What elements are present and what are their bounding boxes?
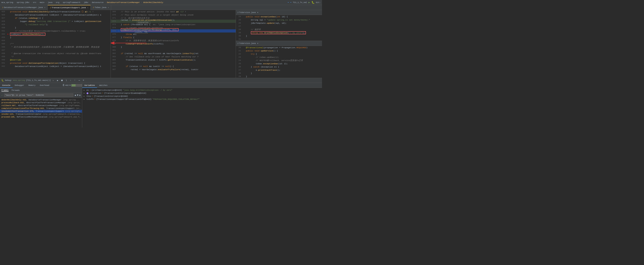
txdao-line-26: 26 jdbcTemplate.update(sql, id);	[236, 21, 322, 25]
svc-line-23: 23 // txDao.updDao(1);	[236, 55, 322, 59]
toolbar-btn-step-over[interactable]: ⤵	[64, 79, 68, 82]
debug-toolbar: ▶ ⏹ ⤵ ↓ ↑ ⟶ ≡	[56, 79, 85, 82]
breadcrumb-class[interactable]: DataSourceTransactionManager	[107, 1, 140, 3]
debug-tabs-left: Console Debugger Memory Overhead 🗄 402 M	[0, 83, 82, 88]
toolbar-btn-step-into[interactable]: ↓	[69, 79, 72, 82]
breadcrumb-org[interactable]: org	[56, 1, 59, 3]
java-icon-2: J	[50, 7, 51, 9]
memory-unit: M	[69, 84, 70, 86]
tab-close-tx[interactable]: ✕	[87, 6, 88, 9]
code-lines-left: 425 protected void doSetRollbackOnly(Def…	[0, 10, 110, 68]
breadcrumb-main[interactable]: main	[40, 1, 44, 3]
code-line-376: 376 throw ex;	[111, 32, 236, 36]
code-line-437: 437	[0, 48, 110, 52]
debug-tab-memory[interactable]: Memory	[26, 83, 38, 88]
breadcrumb-java[interactable]: java	[48, 1, 52, 3]
tab-label-tx: TransactionAspectSupport.java	[52, 6, 86, 9]
threads-tab[interactable]: Threads	[12, 89, 20, 91]
nav-forward-icon[interactable]: ➡	[290, 1, 292, 3]
java-icon-1: J	[2, 6, 3, 8]
tab-close-ds[interactable]: ✕	[44, 6, 46, 8]
tab-txdao[interactable]: J TxDao.java ✕	[90, 5, 111, 10]
breadcrumb-mca-spring[interactable]: mca_spring	[2, 1, 13, 3]
editors-container: 425 protected void doSetRollbackOnly(Def…	[0, 10, 322, 78]
debug-title: 🐛 Debug: mca_spring [T21_1_Tx_xml.main()…	[2, 79, 54, 82]
top-bar-right: ⬅ ➡ T21_1_Tx_xml ▶ 🐛 Git:	[288, 1, 320, 4]
filter-icon[interactable]: ⊕	[79, 94, 80, 97]
toolbar-btn-run-cursor[interactable]: ⟶	[77, 79, 81, 82]
stack-item-5[interactable]: invoke:124, TransactionInterceptor (org.…	[0, 113, 82, 116]
var-item-this: ▶ this = {TransactionInterceptor@3388}	[82, 95, 322, 98]
debug-panel: Console Debugger Memory Overhead 🗄 402 M…	[0, 83, 322, 127]
breadcrumb-jdbc[interactable]: jdbc	[84, 1, 88, 3]
breadcrumb-method[interactable]: doSetRollbackOnly	[143, 1, 163, 3]
txservice-lines: 20 @Transactional(propagation = Propagat…	[236, 46, 322, 78]
svc-line-20: 20 @Transactional(propagation = Propagat…	[236, 46, 322, 49]
memory-icon: 🗄	[62, 84, 64, 86]
breadcrumb-springframework[interactable]: springframework	[63, 1, 80, 3]
txservice-close[interactable]: ✕	[257, 42, 258, 44]
stack-item-3[interactable]: completeTransactionAfterThrowing:663, Tr…	[0, 107, 82, 110]
stack-item-4[interactable]: invokeWithinTransaction:375, Transaction…	[0, 110, 82, 113]
toolbar-btn-eval[interactable]: ≡	[82, 79, 85, 82]
memory-value: 402	[65, 84, 69, 86]
txdao-line-24: 24 public void exceptionDao(int id) {	[236, 15, 322, 18]
breadcrumb-spring-jdbc[interactable]: spring-jdbc	[16, 1, 30, 3]
code-line-386: 386 if (status != null && txAttr != null…	[111, 65, 236, 68]
debug-icon[interactable]: 🐛	[312, 1, 314, 4]
thread-select-row: ✓ "main"@1 in group "main": RUNNING ▲ ▼ …	[0, 93, 82, 98]
frames-tab[interactable]: Frames	[2, 89, 8, 92]
code-area-left[interactable]: 425 protected void doSetRollbackOnly(Def…	[0, 10, 110, 78]
debug-label: Debug:	[5, 79, 12, 81]
expand-icon-this[interactable]: ▶	[84, 95, 86, 97]
code-line-434: 434	[0, 39, 110, 42]
run-icon[interactable]: ▶	[308, 1, 310, 4]
code-line-431: 431 // rollback标志 ResourceHolderSupport.…	[0, 29, 110, 32]
txdao-line-25: 25 String sql = "update spring_tx set mo…	[236, 18, 322, 21]
breadcrumb-datasource[interactable]: datasource	[92, 1, 104, 3]
debug-session-close[interactable]: ✕	[52, 79, 54, 82]
breadcrumb-src[interactable]: src	[33, 1, 36, 3]
stack-item-6[interactable]: proceed:195, ReflectiveMethodInvocation …	[0, 116, 82, 118]
vars-tab-variables[interactable]: Variables	[82, 83, 97, 88]
toolbar-btn-stop[interactable]: ⏹	[60, 79, 64, 82]
nav-down-icon[interactable]: ▼	[77, 94, 78, 97]
vars-tab-watches[interactable]: Watches	[97, 83, 110, 88]
run-config-label: T21_1_Tx_xml	[293, 1, 307, 3]
stack-item-0[interactable]: doSetRollbackOnly:432, DataSourceTransac…	[0, 98, 82, 101]
svc-line-21: 21 public void updService() {	[236, 49, 322, 52]
var-item-ex: ▶ ex = {ArithmeticException@3423} "java.…	[82, 89, 322, 92]
txdao-line-31: 31	[236, 37, 322, 41]
stack-list[interactable]: doSetRollbackOnly:432, DataSourceTransac…	[0, 98, 82, 127]
code-line-436: 436 * 此方法做清除连接相关操作，比如重置自动提交啊，只读属性啊，解绑数据源…	[0, 45, 110, 48]
stack-item-1[interactable]: processRollback:932, AbstractPlatformTra…	[0, 101, 82, 104]
svc-line-29: 29 }	[236, 75, 322, 78]
toolbar-btn-step-out[interactable]: ↑	[73, 79, 77, 82]
nav-up-icon[interactable]: ▲	[75, 94, 76, 97]
expand-icon-txinfo[interactable]: ▶	[84, 98, 86, 100]
debug-left: Console Debugger Memory Overhead 🗄 402 M…	[0, 83, 82, 127]
expand-icon-invocation[interactable]: ▶	[84, 92, 86, 94]
nav-back-icon[interactable]: ⬅	[288, 1, 289, 3]
code-line-428: 428 logger.debug("Setting JDBC transacti…	[0, 20, 110, 23]
thread-dropdown[interactable]: "main"@1 in group "main": RUNNING	[4, 94, 73, 97]
tab-ds-tx-mgr[interactable]: J DataSourceTransactionManager.java ✕	[0, 5, 48, 10]
toolbar-btn-resume[interactable]: ▶	[56, 79, 60, 82]
tab-close-dao[interactable]: ✕	[108, 6, 109, 8]
var-item-invocation: ▶ ⬤ invocation = {TransactionInterceptor…	[82, 92, 322, 95]
debug-run-config: mca_spring	[13, 79, 25, 81]
editor-left-pane: 425 protected void doSetRollbackOnly(Def…	[0, 10, 111, 78]
code-line-381: 381	[111, 48, 236, 52]
txdao-close[interactable]: ✕	[257, 11, 258, 13]
stack-item-2[interactable]: rollback:887, AbstractPlatformTransactio…	[0, 104, 82, 107]
debug-tab-overhead[interactable]: Overhead	[38, 83, 52, 88]
expand-icon-ex[interactable]: ▶	[84, 89, 86, 91]
tab-tx-aspect[interactable]: J TransactionAspectSupport.java ✕	[48, 5, 90, 10]
debug-tab-debugger[interactable]: Debugger	[12, 83, 26, 88]
nav-arrows: ▲ ▼ ⊕	[75, 94, 80, 97]
editor-tabs-row: J DataSourceTransactionManager.java ✕ J …	[0, 5, 322, 10]
debug-tab-console[interactable]: Console	[0, 83, 12, 88]
code-area-middle[interactable]: 369 // This is an around advice: Invoke …	[111, 10, 236, 78]
txdao-section: J TxService.java ✕ 24 public void except…	[236, 10, 322, 41]
svc-line-24: 24 // NESTED被rollback, service层其他Tx正常	[236, 59, 322, 62]
